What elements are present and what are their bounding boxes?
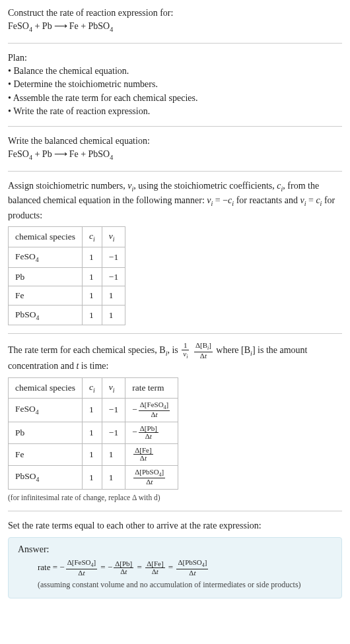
answer-rate: rate = −Δ[FeSO4]Δt = −Δ[Pb]Δt = Δ[Fe]Δt … bbox=[38, 559, 332, 577]
stoich-text: Assign stoichiometric numbers, νi, using… bbox=[8, 179, 342, 222]
cell: PbSO4 bbox=[9, 465, 83, 489]
cell: 1 bbox=[83, 443, 102, 465]
plan-item: • Write the rate of reaction expression. bbox=[8, 105, 342, 118]
table-row: Pb1−1−Δ[Pb]Δt bbox=[9, 422, 178, 443]
plan-heading: Plan: bbox=[8, 51, 342, 65]
title: Construct the rate of reaction expressio… bbox=[8, 7, 342, 20]
cell: Pb bbox=[9, 422, 83, 443]
cell: 1 bbox=[102, 286, 125, 306]
table-row: Fe11 bbox=[9, 286, 125, 306]
cell: 1 bbox=[83, 465, 102, 489]
cell: 1 bbox=[83, 247, 102, 267]
cell: PbSO4 bbox=[9, 305, 83, 325]
divider bbox=[8, 511, 342, 511]
cell: FeSO4 bbox=[9, 398, 83, 422]
cell: Δ[Fe]Δt bbox=[125, 443, 178, 465]
table-row: PbSO411 bbox=[9, 305, 125, 325]
col-vi: νi bbox=[102, 227, 125, 247]
cell: 1 bbox=[83, 286, 102, 306]
col-vi: νi bbox=[102, 377, 125, 398]
col-ci: ci bbox=[83, 227, 102, 247]
plan-item-text: Balance the chemical equation. bbox=[13, 66, 129, 76]
balanced-section: Write the balanced chemical equation: Fe… bbox=[8, 135, 342, 163]
cell: Fe bbox=[9, 286, 83, 306]
divider bbox=[8, 126, 342, 127]
set-equal-section: Set the rate terms equal to each other t… bbox=[8, 519, 342, 598]
table-header-row: chemical species ci νi bbox=[9, 227, 125, 247]
balanced-heading: Write the balanced chemical equation: bbox=[8, 135, 342, 148]
plan-item: • Assemble the rate term for each chemic… bbox=[8, 92, 342, 105]
plan-item-text: Write the rate of reaction expression. bbox=[13, 106, 150, 116]
table-row: Fe11Δ[Fe]Δt bbox=[9, 443, 178, 465]
cell: −1 bbox=[102, 398, 125, 422]
cell: 1 bbox=[102, 443, 125, 465]
stoich-section: Assign stoichiometric numbers, νi, using… bbox=[8, 179, 342, 326]
col-ci: ci bbox=[83, 377, 102, 398]
plan-item-text: Determine the stoichiometric numbers. bbox=[13, 79, 158, 89]
reaction-equation: FeSO4 + Pb ⟶ Fe + PbSO4 bbox=[8, 20, 342, 34]
cell: −Δ[Pb]Δt bbox=[125, 422, 178, 443]
cell: 1 bbox=[83, 422, 102, 443]
cell: Δ[PbSO4]Δt bbox=[125, 465, 178, 489]
stoich-table: chemical species ci νi FeSO41−1 Pb1−1 Fe… bbox=[8, 226, 125, 325]
table-row: PbSO411Δ[PbSO4]Δt bbox=[9, 465, 178, 489]
table-row: FeSO41−1 bbox=[9, 247, 125, 267]
answer-assumption: (assuming constant volume and no accumul… bbox=[38, 579, 332, 591]
cell: 1 bbox=[102, 305, 125, 325]
table-header-row: chemical species ci νi rate term bbox=[9, 377, 178, 398]
cell: −1 bbox=[102, 247, 125, 267]
rateterm-table: chemical species ci νi rate term FeSO41−… bbox=[8, 377, 178, 490]
divider bbox=[8, 171, 342, 172]
cell: −Δ[FeSO4]Δt bbox=[125, 398, 178, 422]
plan-section: Plan: • Balance the chemical equation. •… bbox=[8, 51, 342, 118]
answer-box: Answer: rate = −Δ[FeSO4]Δt = −Δ[Pb]Δt = … bbox=[8, 537, 342, 598]
plan-item: • Determine the stoichiometric numbers. bbox=[8, 78, 342, 91]
answer-label: Answer: bbox=[18, 543, 332, 556]
rateterm-section: The rate term for each chemical species,… bbox=[8, 342, 342, 503]
plan-item: • Balance the chemical equation. bbox=[8, 65, 342, 78]
col-species: chemical species bbox=[9, 227, 83, 247]
cell: −1 bbox=[102, 422, 125, 443]
plan-item-text: Assemble the rate term for each chemical… bbox=[13, 93, 198, 103]
table-row: Pb1−1 bbox=[9, 267, 125, 286]
cell: 1 bbox=[83, 267, 102, 286]
divider bbox=[8, 43, 342, 44]
col-species: chemical species bbox=[9, 377, 83, 398]
cell: −1 bbox=[102, 267, 125, 286]
cell: 1 bbox=[83, 305, 102, 325]
problem-statement: Construct the rate of reaction expressio… bbox=[8, 7, 342, 35]
table-row: FeSO41−1−Δ[FeSO4]Δt bbox=[9, 398, 178, 422]
balanced-equation: FeSO4 + Pb ⟶ Fe + PbSO4 bbox=[8, 148, 342, 162]
cell: Pb bbox=[9, 267, 83, 286]
rateterm-intro: The rate term for each chemical species,… bbox=[8, 342, 342, 373]
col-rate: rate term bbox=[125, 377, 178, 398]
cell: 1 bbox=[83, 398, 102, 422]
cell: Fe bbox=[9, 443, 83, 465]
cell: FeSO4 bbox=[9, 247, 83, 267]
infinitesimal-note: (for infinitesimal rate of change, repla… bbox=[8, 492, 342, 503]
cell: 1 bbox=[102, 465, 125, 489]
set-equal-text: Set the rate terms equal to each other t… bbox=[8, 519, 342, 532]
divider bbox=[8, 333, 342, 334]
